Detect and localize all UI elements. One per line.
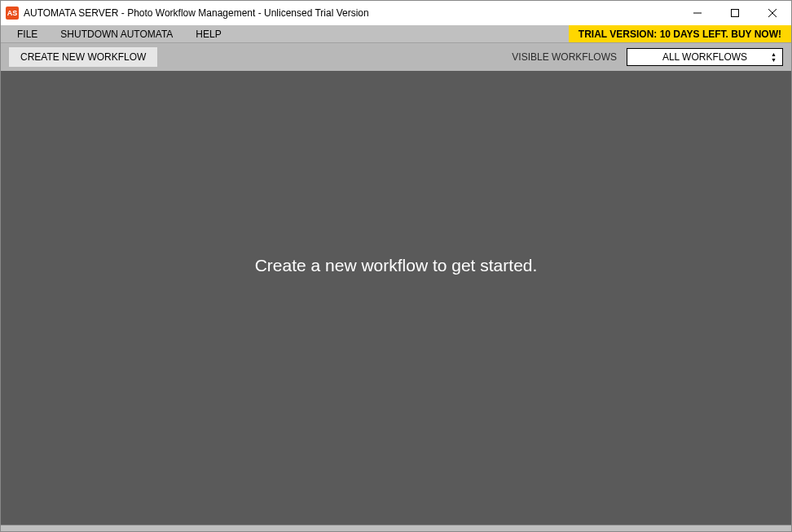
toolbar: CREATE NEW WORKFLOW VISIBLE WORKFLOWS AL…	[1, 43, 791, 71]
trial-banner[interactable]: TRIAL VERSION: 10 DAYS LEFT. BUY NOW!	[569, 25, 791, 42]
menubar-left: FILE SHUTDOWN AUTOMATA HELP	[1, 25, 569, 42]
statusbar	[1, 525, 791, 531]
minimize-button[interactable]	[679, 1, 716, 25]
close-button[interactable]	[754, 1, 791, 25]
visible-workflows-value: ALL WORKFLOWS	[662, 51, 747, 63]
app-icon: AS	[6, 7, 19, 20]
select-arrows-icon: ▲▼	[771, 49, 779, 65]
visible-workflows-label: VISIBLE WORKFLOWS	[512, 51, 617, 63]
content-area: Create a new workflow to get started.	[1, 71, 791, 525]
window-title: AUTOMATA SERVER - Photo Workflow Managem…	[24, 7, 679, 19]
menu-help[interactable]: HELP	[184, 25, 232, 42]
titlebar: AS AUTOMATA SERVER - Photo Workflow Mana…	[1, 1, 791, 25]
visible-workflows-select[interactable]: ALL WORKFLOWS ▲▼	[627, 48, 783, 66]
create-workflow-button[interactable]: CREATE NEW WORKFLOW	[9, 47, 157, 67]
placeholder-text: Create a new workflow to get started.	[255, 256, 538, 275]
menu-shutdown[interactable]: SHUTDOWN AUTOMATA	[49, 25, 184, 42]
window-controls	[679, 1, 791, 25]
menubar: FILE SHUTDOWN AUTOMATA HELP TRIAL VERSIO…	[1, 25, 791, 43]
svg-rect-1	[732, 10, 739, 17]
maximize-button[interactable]	[716, 1, 754, 25]
close-icon	[768, 9, 777, 17]
maximize-icon	[731, 9, 739, 17]
minimize-icon	[693, 9, 702, 17]
menu-file[interactable]: FILE	[6, 25, 49, 42]
